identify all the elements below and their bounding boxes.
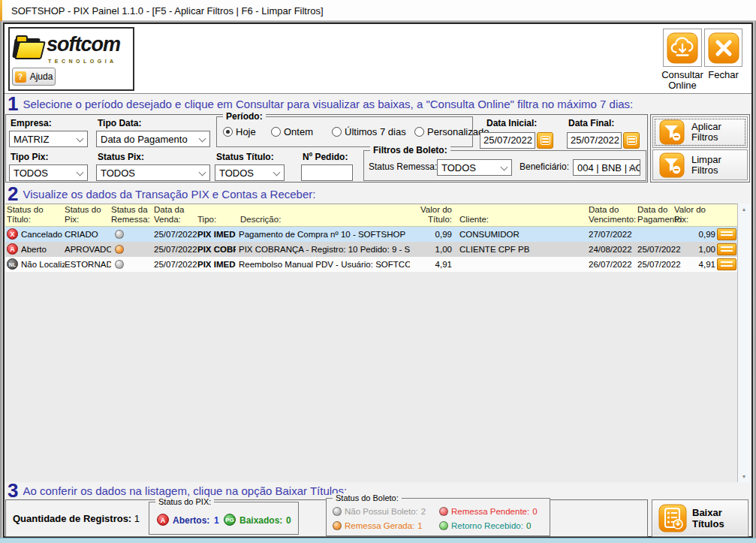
table-row[interactable]: X Cancelado CRIADO 25/07/2022 PIX IMEDIA… — [5, 227, 737, 242]
abertos-value: 1 — [214, 515, 219, 526]
table-body: X Cancelado CRIADO 25/07/2022 PIX IMEDIA… — [5, 227, 737, 272]
beneficiario-combobox[interactable]: 004 | BNB | AG.123 — [573, 159, 640, 176]
empresa-combobox[interactable]: MATRIZ — [9, 131, 88, 147]
gray-sphere-icon — [333, 507, 342, 516]
row-detail-button[interactable] — [717, 243, 736, 255]
red-sphere-icon — [439, 507, 448, 516]
status-aberto-icon: A — [7, 243, 18, 255]
remessa-status-icon — [115, 245, 124, 254]
pix-painel-window: { "window": { "title": "SOFTSHOP - PIX P… — [0, 0, 756, 543]
tipo-pix-label: Tipo Pix: — [11, 152, 48, 162]
filtros-boleto-label: Filtros de Boleto: — [370, 145, 450, 155]
status-nao-localizado-icon: NL — [7, 258, 18, 270]
status-titulo-combobox[interactable]: TODOS — [215, 164, 285, 181]
cell-tipo: PIX COBRANÇA — [197, 242, 236, 257]
num-pedido-input[interactable] — [301, 164, 353, 181]
cell-valor-titulo: 0,99 — [405, 227, 452, 242]
close-icon — [708, 32, 739, 64]
cell-status-pix: CRIADO — [65, 227, 111, 242]
radio-ultimos-7-dias[interactable]: Últimos 7 dias — [332, 126, 406, 137]
baixados-value: 0 — [286, 515, 291, 526]
data-inicial-calendar-button[interactable] — [537, 132, 553, 149]
remessa-gerada-label: Remessa Gerada: — [345, 521, 414, 530]
status-pix-label: Status Pix: — [98, 152, 144, 162]
tipo-data-combobox[interactable]: Data do Pagamento — [96, 131, 210, 147]
softcom-folder-icon — [14, 35, 45, 60]
empresa-value: MATRIZ — [14, 134, 49, 145]
status-pix-combobox[interactable]: TODOS — [96, 164, 210, 181]
section3-number: 3 — [8, 481, 18, 499]
scroll-up-icon[interactable]: ▲ — [738, 204, 750, 215]
cell-status-titulo: Cancelado — [21, 227, 65, 242]
periodo-label: Período: — [223, 111, 266, 122]
row-detail-button[interactable] — [717, 228, 736, 240]
status-remessa-combobox[interactable]: TODOS — [437, 159, 512, 176]
help-button[interactable]: ? Ajuda — [12, 68, 56, 86]
retorno-recebido-label: Retorno Recebido: — [451, 521, 523, 530]
col-status-pix: Status do Pix: — [65, 205, 108, 225]
col-cliente: Cliente: — [459, 215, 535, 225]
periodo-groupbox: Período: Hoje Ontem Últimos 7 dias Perso… — [216, 116, 473, 147]
tipo-pix-combobox[interactable]: TODOS — [9, 164, 88, 181]
section1-title: Selecione o período desejado e clique em… — [23, 98, 633, 110]
data-final-input[interactable]: 25/07/2022 — [567, 132, 622, 149]
nao-possui-label: Não Possui Boleto: — [345, 507, 418, 516]
cell-data-venda: 25/07/2022 — [154, 227, 199, 242]
radio-personalizado[interactable]: Personalizado — [414, 126, 489, 137]
data-final-calendar-button[interactable] — [623, 132, 640, 149]
quantidade-registros: Quantidade de Registros: 1 — [13, 513, 140, 524]
empresa-label: Empresa: — [11, 118, 52, 128]
aplicar-filtros-button[interactable]: Aplicar Filtros — [652, 116, 748, 148]
section2-title: Visualize os dados da Transação PIX e Co… — [23, 188, 315, 201]
col-status-titulo: Status do Título: — [7, 205, 52, 225]
status-titulo-value: TODOS — [219, 167, 254, 179]
col-descricao: Descrição: — [240, 215, 353, 225]
chevron-down-icon — [199, 169, 206, 176]
limpar-filtros-button[interactable]: Limpar Filtros — [652, 149, 748, 180]
cell-cliente — [459, 257, 568, 272]
limpar-filtros-label: Limpar Filtros — [691, 155, 733, 176]
fechar-button[interactable] — [704, 29, 742, 67]
col-data-venda: Data da Venda: — [154, 205, 196, 225]
cloud-download-icon — [667, 32, 698, 64]
remessa-status-icon — [115, 230, 124, 239]
beneficiario-label: Beneficiário: — [520, 161, 569, 172]
col-tipo: Tipo: — [197, 215, 235, 225]
remessa-pendente-value: 0 — [532, 507, 537, 516]
cell-valor-pix: 0,99 — [672, 227, 715, 242]
orange-sphere-icon — [333, 521, 342, 530]
scroll-down-icon[interactable]: ▼ — [738, 471, 750, 482]
status-remessa-label: Status Remessa: — [369, 161, 437, 172]
cell-tipo: PIX IMEDIATO — [197, 257, 236, 272]
cell-tipo: PIX IMEDIATO — [197, 227, 236, 242]
section1-banner: 1 Selecione o período desejado e clique … — [8, 95, 633, 113]
cell-status-pix: APROVADO — [65, 242, 111, 257]
title-bar[interactable]: SOFTSHOP - PIX Painel 1.1.0 - [F5 - Apli… — [0, 0, 756, 21]
chevron-down-icon — [273, 169, 281, 176]
cell-data-vencimento: 26/07/2022 — [589, 257, 635, 272]
baixados-label: Baixados: — [239, 515, 282, 526]
baixar-titulos-button[interactable]: Baixar Títulos — [652, 499, 748, 537]
remessa-gerada-value: 1 — [417, 521, 422, 530]
table-scrollbar[interactable]: ▲ ▼ — [737, 204, 750, 482]
section2-number: 2 — [8, 185, 18, 203]
baixados-icon: PG — [224, 514, 236, 526]
status-pix-value: TODOS — [101, 167, 135, 179]
help-icon: ? — [15, 71, 26, 83]
cell-valor-pix: 1,00 — [672, 242, 715, 257]
table-row[interactable]: NL Não Localizado ESTORNADO 25/07/2022 P… — [5, 257, 737, 272]
num-pedido-label: Nº Pedido: — [303, 152, 348, 162]
section2-banner: 2 Visualize os dados da Transação PIX e … — [8, 185, 315, 203]
table-row[interactable]: A Aberto APROVADO 25/07/2022 PIX COBRANÇ… — [5, 242, 737, 257]
consultar-online-button[interactable] — [663, 29, 702, 67]
tipo-data-label: Tipo Data: — [98, 118, 141, 128]
status-titulo-label: Status Título: — [216, 152, 274, 162]
row-detail-button[interactable] — [717, 258, 736, 270]
data-inicial-input[interactable]: 25/07/2022 — [480, 132, 535, 149]
radio-hoje[interactable]: Hoje — [223, 126, 256, 137]
abertos-icon: A — [157, 514, 169, 526]
download-list-icon — [658, 504, 687, 532]
cell-status-pix: ESTORNADO — [65, 257, 111, 272]
cell-valor-titulo: 1,00 — [405, 242, 452, 257]
radio-ontem[interactable]: Ontem — [271, 126, 313, 137]
